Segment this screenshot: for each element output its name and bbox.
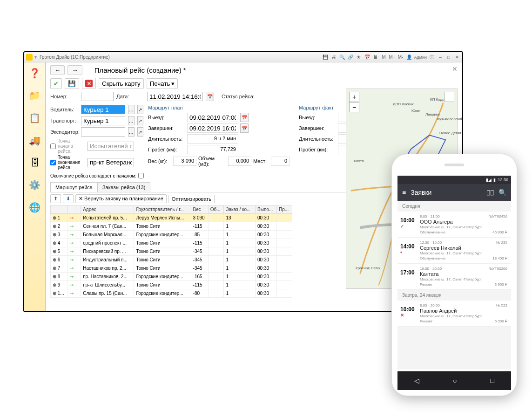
apply-button[interactable]: ✔ [50,78,62,89]
return-request-button[interactable]: ✕ Вернуть заявку на планирование [75,194,167,203]
dropdown-icon[interactable]: ▾ [34,55,37,60]
star-icon[interactable]: ★ [356,54,362,61]
menu-icon[interactable]: ≡ [402,189,406,196]
plan-depart-input[interactable] [187,113,238,122]
section-today: Сегодня [397,201,511,212]
phone-search-icon[interactable]: 🔍 [498,189,506,196]
column-header[interactable]: Грузоотправитель / г... [134,205,191,214]
expeditor-input[interactable] [81,127,125,137]
transport-open-icon[interactable]: ↗ [137,116,144,125]
map-place-label: ДПП Лисино [393,102,414,106]
nav-home-icon[interactable]: ○ [453,377,457,384]
column-header[interactable] [67,205,76,214]
link-icon[interactable]: 🔗 [347,54,354,61]
nav-back-icon[interactable]: ◁ [414,377,419,384]
sidebar-checklist-icon[interactable]: 📋 [27,110,43,126]
map-place-label: Лаврики [425,112,440,116]
date-calendar-icon[interactable]: 📅 [206,92,214,101]
table-row[interactable]: ⊕ 2⇢Сенная пл. 7 (Сан...Токио Сити-11510… [51,222,292,231]
table-row[interactable]: ⊕ 9⇢пр-кт Шлиссельбу...Токио Сити-115100… [51,281,292,289]
hide-map-button[interactable]: Скрыть карту [99,78,144,89]
calc-icon[interactable]: 🖩 [372,54,379,61]
cancel-button[interactable]: ✕ [82,78,96,89]
column-header[interactable] [76,205,81,214]
row-up-button[interactable]: ⬆ [50,194,61,203]
column-header[interactable]: Адрес [81,205,134,214]
sidebar-db-icon[interactable]: 🗄 [27,155,43,171]
driver-open-icon[interactable]: ↗ [137,105,144,114]
transport-dots-icon[interactable]: … [128,116,135,125]
transport-input[interactable] [81,116,125,125]
start-checkbox[interactable] [50,144,56,149]
section-tomorrow: Завтра, 24 января [397,290,511,301]
maximize-icon[interactable]: □ [445,54,452,61]
page-close-icon[interactable]: ✕ [452,65,458,73]
sidebar-globe-icon[interactable]: 🌐 [27,199,43,215]
forward-button[interactable]: → [67,65,82,75]
plan-finish-cal-icon[interactable]: 📅 [240,123,249,133]
sidebar-settings-icon[interactable]: ⚙️ [27,177,43,193]
expeditor-open-icon[interactable]: ↗ [137,127,144,137]
plan-finish-input[interactable] [187,123,238,133]
save-icon[interactable]: 💾 [322,54,329,61]
tab-route[interactable]: Маршрут рейса [50,182,98,192]
expeditor-dots-icon[interactable]: … [128,127,135,137]
print-button[interactable]: Печать ▾ [147,78,178,89]
column-header[interactable] [51,205,68,214]
driver-dots-icon[interactable]: … [128,105,135,114]
column-header[interactable]: Об... [208,205,224,214]
card-number: № 235 [496,240,507,245]
date-input[interactable] [147,92,203,101]
plan-depart-label: Выезд: [148,115,185,120]
table-row[interactable]: ⊕ 1...⇢Славы пр. 15 (Сан...Городские кон… [51,289,292,298]
minimize-icon[interactable]: – [437,54,444,61]
sidebar-folder-icon[interactable]: 📁 [27,88,43,103]
mplus-button[interactable]: M+ [389,54,396,61]
end-input[interactable] [88,158,134,167]
user-icon[interactable]: 👤 [406,54,412,61]
close-icon[interactable]: ✕ [454,54,460,61]
window-title: Гротем Драйв (1С:Предприятие) [40,55,322,60]
request-card[interactable]: 14:00•12:00 - 15:00№ 235Сергеев НиколайМ… [397,238,511,264]
column-header[interactable]: Пр... [277,205,292,214]
table-row[interactable]: ⊕ 8⇢пр. Наставников, 2...Городские конди… [51,273,292,281]
table-row[interactable]: ⊕ 5⇢Пискаревский пр. ...Токио Сити-34510… [51,247,292,256]
table-row[interactable]: ⊕ 6⇢Индустриальный п...Токио Сити-345100… [51,256,292,264]
optimize-button[interactable]: Оптимизировать [168,195,215,203]
request-card[interactable]: 10:00✕8:00 - 20:00№ 522Павлов АндрейМоск… [397,301,511,327]
print-icon[interactable]: 🖨 [330,54,337,61]
tab-orders[interactable]: Заказы рейса (13) [97,182,150,192]
column-header[interactable]: Вес [191,205,208,214]
sidebar-truck-icon[interactable]: 🚚 [27,132,43,148]
phone-app-title: Заявки [411,189,482,196]
card-type: Обслуживание [420,230,445,234]
column-header[interactable]: Заказ / ко... [224,205,256,214]
end-same-checkbox[interactable] [138,173,144,178]
column-header[interactable]: Выпо... [256,205,277,214]
search-icon[interactable]: 🔍 [339,54,345,61]
plan-depart-cal-icon[interactable]: 📅 [240,113,249,122]
number-input[interactable] [81,92,114,101]
back-button[interactable]: ← [50,65,65,75]
table-row[interactable]: ⊕ 7⇢Наставников пр. 2...Токио Сити-34510… [51,264,292,273]
save-button[interactable]: 💾 [65,78,79,89]
card-price: 18 450 ₽ [492,256,507,260]
request-card[interactable]: 17:0016:00 - 20:00№УТ00200КантатаМосковс… [397,264,511,290]
sidebar-help-icon[interactable]: ❓ [27,65,43,81]
driver-input[interactable] [81,105,125,114]
start-input[interactable] [88,142,134,151]
scan-icon[interactable]: ⌷⌷ [486,189,494,196]
table-row[interactable]: ⊕ 3⇢Большая Морская...Городские кондитер… [51,231,292,239]
calendar-icon[interactable]: 📅 [364,54,370,61]
table-row[interactable]: ⊕ 4⇢средний проспект ...Токио Сити-11510… [51,239,292,247]
m-button[interactable]: M [381,54,387,61]
info-icon[interactable]: ⓘ [429,54,435,61]
card-name: ООО Альтера [420,219,507,225]
table-row[interactable]: ⊕ 1⇢Испытателей пр. 5...Леруа Мерлен Исп… [51,214,292,222]
print-label: Печать [150,80,170,87]
end-checkbox[interactable] [50,160,56,165]
row-down-button[interactable]: ⬇ [63,194,74,203]
mminus-button[interactable]: M- [397,54,404,61]
nav-recent-icon[interactable]: □ [491,377,494,384]
request-card[interactable]: 10:00✓8:00 - 11:00№УТ00456ООО АльтераМос… [397,212,511,238]
